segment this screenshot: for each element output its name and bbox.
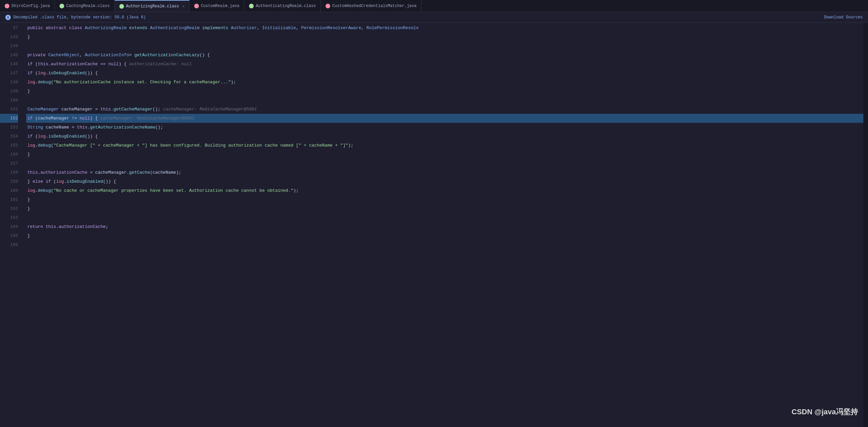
java-file-icon	[5, 4, 9, 8]
tab-authenticating-label: AuthenticatingRealm.class	[256, 4, 316, 8]
line-number: 150	[0, 96, 18, 105]
tab-custom-label: CustomRealm.java	[201, 4, 239, 8]
code-line: private Cache<Object, AuthorizationInfo>…	[26, 51, 863, 60]
class-file-icon-auth	[249, 4, 254, 8]
line-number: 146	[0, 60, 18, 68]
tab-customhashed[interactable]: CustomHashedCredentialsMatcher.java	[321, 0, 422, 12]
code-line: public abstract class AuthorizingRealm e…	[26, 23, 863, 32]
tab-caching-label: CachingRealm.class	[66, 4, 110, 8]
code-line: } else if (log.isDebugEnabled()) {	[26, 177, 863, 186]
code-line: }	[26, 150, 863, 159]
code-line	[26, 213, 863, 222]
line-number: 154	[0, 132, 18, 141]
code-line: }	[26, 195, 863, 204]
close-tab-authorizing[interactable]: ✕	[182, 4, 185, 8]
tab-authorizing-label: AuthorizingRealm.class	[126, 4, 179, 9]
watermark: CSDN @java冯坚持	[792, 407, 858, 417]
info-icon: i	[5, 15, 11, 20]
code-line: }	[26, 32, 863, 41]
line-number: 145	[0, 51, 18, 60]
code-line: this.authorizationCache = cacheManager.g…	[26, 168, 863, 177]
tab-shiro-label: ShiroConfig.java	[11, 4, 50, 8]
line-number: 166	[0, 240, 18, 249]
code-line: log.debug("No authorizationCache instanc…	[26, 78, 863, 87]
code-line: }	[26, 204, 863, 213]
code-content[interactable]: public abstract class AuthorizingRealm e…	[23, 23, 863, 427]
code-line: }	[26, 87, 863, 96]
tab-custom[interactable]: CustomRealm.java	[189, 0, 244, 12]
line-number: 143	[0, 32, 18, 41]
line-number: 151	[0, 105, 18, 114]
line-number: 159	[0, 177, 18, 186]
scrollbar[interactable]	[863, 23, 868, 427]
code-line: if (log.isDebugEnabled()) {	[26, 68, 863, 78]
code-line: }	[26, 231, 863, 240]
line-number: 164	[0, 222, 18, 231]
info-text: Decompiled .class file, bytecode version…	[13, 15, 146, 20]
info-left: i Decompiled .class file, bytecode versi…	[5, 15, 146, 20]
tab-customhashed-label: CustomHashedCredentialsMatcher.java	[332, 4, 416, 8]
line-number: 163	[0, 213, 18, 222]
java-file-icon-custom	[194, 4, 199, 8]
line-number: 161	[0, 195, 18, 204]
line-number: 160	[0, 186, 18, 195]
line-number: 162	[0, 204, 18, 213]
line-number: 165	[0, 231, 18, 240]
line-numbers: 3714314414514614714814915015115215315415…	[0, 23, 23, 427]
class-file-icon-caching	[60, 4, 64, 8]
tab-authorizing[interactable]: AuthorizingRealm.class ✕	[115, 0, 189, 12]
line-number: 155	[0, 141, 18, 150]
line-number: 158	[0, 168, 18, 177]
code-line: String cacheName = this.getAuthorization…	[26, 123, 863, 132]
code-line: if (this.authorizationCache == null) { a…	[26, 60, 863, 68]
code-line: return this.authorizationCache;	[26, 222, 863, 231]
line-number: 149	[0, 87, 18, 96]
code-line	[26, 41, 863, 51]
info-bar: i Decompiled .class file, bytecode versi…	[0, 12, 868, 23]
tab-shiro[interactable]: ShiroConfig.java	[0, 0, 55, 12]
code-line: log.debug("CacheManager [" + cacheManage…	[26, 141, 863, 150]
line-number: 157	[0, 159, 18, 168]
code-line	[26, 96, 863, 105]
code-line	[26, 240, 863, 249]
java-file-icon-customhashed	[326, 4, 330, 8]
line-number: 156	[0, 150, 18, 159]
line-number: 152	[0, 114, 18, 123]
download-sources-link[interactable]: Download Sources	[824, 15, 863, 20]
code-line: if (log.isDebugEnabled()) {	[26, 132, 863, 141]
code-line: log.debug("No cache or cacheManager prop…	[26, 186, 863, 195]
class-file-icon-authorizing	[119, 4, 124, 9]
line-number: 153	[0, 123, 18, 132]
line-number: 147	[0, 68, 18, 78]
line-number: 144	[0, 41, 18, 51]
code-line	[26, 159, 863, 168]
line-number: 148	[0, 78, 18, 87]
line-number: 37	[0, 23, 18, 32]
code-line: if (cacheManager != null) { cacheManager…	[26, 114, 863, 123]
tab-bar: ShiroConfig.java CachingRealm.class Auth…	[0, 0, 868, 12]
tab-caching[interactable]: CachingRealm.class	[55, 0, 115, 12]
code-line: CacheManager cacheManager = this.getCach…	[26, 105, 863, 114]
code-area: 3714314414514614714814915015115215315415…	[0, 23, 868, 427]
tab-authenticating[interactable]: AuthenticatingRealm.class	[244, 0, 321, 12]
